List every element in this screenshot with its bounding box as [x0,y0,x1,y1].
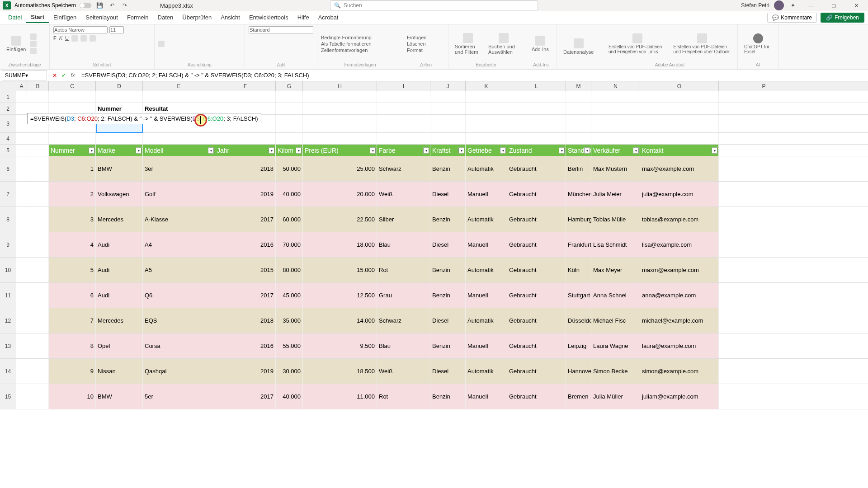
name-box[interactable]: SUMME ▾ [2,70,47,80]
cell[interactable]: Silber [377,207,430,232]
format-cells-button[interactable]: Format [407,47,426,53]
table-header[interactable]: Preis (EUR)▾ [303,145,377,156]
cell[interactable]: Mercedes [96,308,143,333]
cell[interactable]: 10 [49,384,96,409]
insert-cells-button[interactable]: Einfügen [407,35,426,40]
cell[interactable]: Q6 [143,283,215,308]
table-row[interactable]: 61BMW3er201850.00025.000SchwarzBenzinAut… [0,156,868,182]
cell[interactable]: Weiß [377,182,430,206]
cell[interactable]: 40.000 [276,384,303,409]
table-header[interactable]: Nummer▾ [49,145,96,156]
chatgpt-button[interactable]: ChatGPT for Excel [741,33,774,55]
cell[interactable]: Bremen [566,384,591,409]
cell[interactable]: Rot [377,384,430,409]
cell[interactable]: Berlin [566,156,591,181]
addins-button[interactable]: Add-Ins [529,35,552,53]
cell[interactable]: A4 [143,232,215,257]
cell[interactable]: 22.500 [303,207,377,232]
cell[interactable]: 8 [49,333,96,358]
filter-dropdown-icon[interactable]: ▾ [370,147,376,153]
cell[interactable]: michael@example.com [640,308,719,333]
pdf-links-button[interactable]: Erstellen von PDF-Dateien und Freigeben … [606,33,669,55]
col-header[interactable]: D [96,81,143,91]
col-header[interactable]: H [303,81,377,91]
table-header[interactable]: Verkäufer▾ [591,145,640,156]
cell[interactable]: Manuell [466,384,507,409]
delete-cells-button[interactable]: Löschen [407,41,426,47]
filter-dropdown-icon[interactable]: ▾ [296,147,302,153]
cell[interactable]: 2016 [215,232,276,257]
font-size-input[interactable] [109,26,124,33]
col-header[interactable]: K [466,81,507,91]
cell[interactable]: Benzin [430,258,466,282]
tab-developer[interactable]: Entwicklertools [245,12,293,23]
cell[interactable]: Qashqai [143,359,215,384]
cell[interactable]: Automatik [466,207,507,232]
cell[interactable]: 1 [49,156,96,181]
data-analysis-button[interactable]: Datenanalyse [561,38,596,56]
col-header[interactable]: O [640,81,719,91]
filter-dropdown-icon[interactable]: ▾ [136,147,142,153]
underline-button[interactable]: U [65,35,69,42]
table-row[interactable]: 105AudiA5201580.00015.000RotBenzinAutoma… [0,258,868,283]
cell[interactable]: maxm@example.com [640,258,719,282]
filter-dropdown-icon[interactable]: ▾ [423,147,429,153]
table-row[interactable]: 149NissanQashqai201930.00018.500WeißDies… [0,359,868,384]
table-row[interactable]: 138OpelCorsa201655.0009.500BlauBenzinMan… [0,333,868,359]
cell[interactable]: 2018 [215,156,276,181]
col-header[interactable]: J [430,81,466,91]
workbook-name[interactable]: Mappe3.xlsx [160,2,193,9]
cell[interactable]: 9 [49,359,96,384]
cut-icon[interactable] [30,33,37,40]
cell[interactable]: Gebraucht [507,232,566,257]
cell[interactable]: julia@example.com [640,182,719,206]
cell[interactable]: 4 [49,232,96,257]
cell[interactable]: juliam@example.com [640,384,719,409]
formula-input[interactable]: =SVERWEIS(D3; C6:O20; 2; FALSCH) & " -> … [79,72,868,79]
grid[interactable]: A B C D E F G H I J K L M N O P 1 2Numme… [0,81,868,488]
share-button[interactable]: 🔗 Freigeben [821,13,864,23]
tab-help[interactable]: Hilfe [293,12,314,23]
table-header[interactable]: Jahr▾ [215,145,276,156]
cell[interactable]: 14.000 [303,308,377,333]
cell[interactable]: Gebraucht [507,156,566,181]
filter-dropdown-icon[interactable]: ▾ [89,147,94,153]
cell[interactable]: Gebraucht [507,283,566,308]
cell[interactable]: Manuell [466,182,507,206]
table-header[interactable]: Zustand▾ [507,145,566,156]
cell[interactable]: München [566,182,591,206]
tab-acrobat[interactable]: Acrobat [314,12,343,23]
col-header[interactable]: A [16,81,27,91]
user-name[interactable]: Stefan Petri [741,2,769,9]
col-header[interactable]: F [215,81,276,91]
cell[interactable]: 6 [49,283,96,308]
cell[interactable]: BMW [96,156,143,181]
cell[interactable]: 2017 [215,283,276,308]
cell[interactable]: Diesel [430,182,466,206]
filter-dropdown-icon[interactable]: ▾ [584,147,590,153]
cell[interactable]: 7 [49,308,96,333]
cell[interactable]: Schwarz [377,308,430,333]
cell[interactable]: 9.500 [303,333,377,358]
cell[interactable]: Schwarz [377,156,430,181]
cell[interactable]: Gebraucht [507,182,566,206]
cell[interactable]: Michael Fisc [591,308,640,333]
find-select-button[interactable]: Suchen und Auswählen [486,32,521,56]
table-row[interactable]: 94AudiA4201670.00018.000BlauDieselManuel… [0,232,868,258]
filter-dropdown-icon[interactable]: ▾ [500,147,506,153]
cell[interactable]: Gebraucht [507,258,566,282]
cell[interactable]: 35.000 [276,308,303,333]
cell[interactable]: Hamburg [566,207,591,232]
cell[interactable]: 2015 [215,258,276,282]
cell[interactable]: 18.500 [303,359,377,384]
undo-icon[interactable]: ↶ [108,1,117,10]
save-icon[interactable]: 💾 [95,1,104,10]
table-row[interactable]: 127MercedesEQS201835.00014.000SchwarzDie… [0,308,868,333]
cell[interactable]: Diesel [430,232,466,257]
cell[interactable]: Gebraucht [507,207,566,232]
tab-insert[interactable]: Einfügen [49,12,81,23]
cell[interactable]: A-Klasse [143,207,215,232]
table-header[interactable]: Standort▾ [566,145,591,156]
cell[interactable]: Blau [377,333,430,358]
tab-formulas[interactable]: Formeln [123,12,153,23]
